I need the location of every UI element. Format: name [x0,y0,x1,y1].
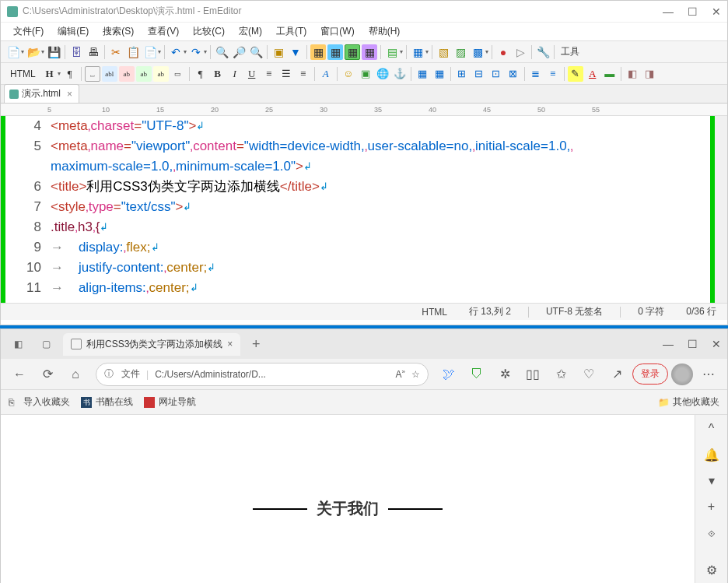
extra1-icon[interactable]: ◧ [625,66,640,82]
para2-icon[interactable]: ¶ [193,66,208,82]
menu-search[interactable]: 搜索(S) [96,23,140,40]
heading-icon[interactable]: H [42,66,58,82]
find-icon[interactable]: 🔍 [214,44,229,60]
view1-icon[interactable]: ▦ [310,44,326,60]
box3-icon[interactable]: ab [153,66,169,82]
home-button[interactable]: ⌂ [63,362,88,387]
tool-icon[interactable]: ▦ [410,44,425,60]
bookmark-item-1[interactable]: 书 书酷在线 [81,395,133,409]
extensions-icon[interactable]: ✲ [492,362,517,387]
url-input[interactable]: ⓘ 文件 | C:/Users/Administrator/D... A» ☆ [96,363,429,386]
underline-button[interactable]: U [244,66,260,82]
save-icon[interactable]: 💾 [46,44,61,60]
dropdown-icon[interactable]: ▾ [58,70,61,77]
tab-close-icon[interactable]: × [227,339,233,349]
scrollbar-vertical[interactable] [715,116,727,303]
read-aloud-icon[interactable]: A» [396,368,405,380]
grid3-icon[interactable]: ⊡ [488,66,504,82]
notification-icon[interactable]: 🔔 [704,448,719,463]
extra2-icon[interactable]: ◨ [642,66,657,82]
view2-icon[interactable]: ▦ [327,44,343,60]
highlight-icon[interactable]: ✎ [568,66,583,82]
menu-window[interactable]: 窗口(W) [314,23,360,40]
ext1-icon[interactable]: 🕊 [436,362,461,387]
align-center-icon[interactable]: ☰ [278,66,294,82]
chevron-down-icon[interactable]: ▾ [704,473,719,489]
performance-icon[interactable]: ♡ [576,362,601,387]
bookmark-icon[interactable]: ▣ [271,44,286,60]
link-icon[interactable]: 🌐 [375,66,390,82]
chevron-up-icon[interactable]: ^ [704,421,719,437]
profile-avatar[interactable] [671,363,693,385]
import-bookmarks[interactable]: ⎘ 导入收藏夹 [9,395,70,409]
open-file-icon[interactable]: 📂 [26,44,41,60]
file-tab[interactable]: 演示.html × [4,84,79,103]
box2-icon[interactable]: ab [136,66,152,82]
dropdown-icon[interactable]: ▾ [158,48,161,55]
print-icon[interactable]: 🖶 [86,44,101,60]
maximize-button[interactable]: ☐ [688,338,698,350]
cut-icon[interactable]: ✂ [108,44,124,60]
minimize-button[interactable]: — [663,338,674,350]
favorite-icon[interactable]: ☆ [411,369,420,380]
tab-close-icon[interactable]: × [67,89,72,100]
tab-list-icon[interactable]: ▢ [35,333,57,355]
menu-help[interactable]: 帮助(H) [362,23,407,40]
settings-icon[interactable]: ⚙ [704,563,719,578]
image-icon[interactable]: ▣ [358,66,373,82]
share-icon[interactable]: ↗ [604,362,629,387]
tool2-icon[interactable]: ▧ [436,44,451,60]
bookmark-item-2[interactable]: 网址导航 [144,395,196,409]
tool5-icon[interactable]: 🔧 [535,44,551,60]
dropdown-icon[interactable]: ▾ [204,48,207,55]
crop-icon[interactable]: ⟐ [704,525,719,541]
dropdown-icon[interactable]: ▾ [400,48,403,55]
collections-icon[interactable]: ▯▯ [520,362,545,387]
grid2-icon[interactable]: ⊟ [471,66,487,82]
bold-button[interactable]: B [210,66,226,82]
italic-button[interactable]: I [227,66,243,82]
grid4-icon[interactable]: ⊠ [506,66,521,82]
more-menu-icon[interactable]: ⋯ [696,362,721,387]
table-icon[interactable]: ▦ [415,66,430,82]
tool4-icon[interactable]: ▩ [470,44,485,60]
play-icon[interactable]: ▷ [513,44,528,60]
dropdown-icon[interactable]: ▾ [184,48,187,55]
view4-icon[interactable]: ▦ [362,44,377,60]
lang-mode-label[interactable]: HTML [5,68,40,79]
toolbar-label[interactable]: 工具 [558,45,583,58]
close-button[interactable]: ✕ [712,338,721,350]
shield-icon[interactable]: ⛉ [464,362,489,387]
browser-tab[interactable]: 利用CSS3伪类文字两边添加横线 × [63,333,240,356]
color-a-icon[interactable]: A [585,66,600,82]
redo-icon[interactable]: ↷ [188,44,204,60]
menu-edit[interactable]: 编辑(E) [51,23,95,40]
save-all-icon[interactable]: 🗄 [68,44,84,60]
login-button[interactable]: 登录 [632,363,668,385]
emoji-icon[interactable]: ☺ [341,66,356,82]
other-bookmarks[interactable]: 📁 其他收藏夹 [658,395,719,409]
undo-icon[interactable]: ↶ [168,44,184,60]
code-editor[interactable]: <meta‚charset="UTF-8">↲<meta‚name="viewp… [47,116,710,303]
align-left-icon[interactable]: ≡ [261,66,277,82]
menu-macro[interactable]: 宏(M) [233,23,268,40]
menu-compare[interactable]: 比较(C) [187,23,231,40]
dropdown-icon[interactable]: ▾ [41,48,44,55]
anchor-icon[interactable]: ⚓ [392,66,408,82]
minimize-button[interactable]: — [663,5,674,18]
box4-icon[interactable]: ▭ [170,66,186,82]
find-files-icon[interactable]: 🔍 [248,44,264,60]
menu-view[interactable]: 查看(V) [142,23,185,40]
tab-overview-icon[interactable]: ◧ [7,333,29,355]
copy-icon[interactable]: 📋 [125,44,141,60]
paste-icon[interactable]: 📄 [142,44,158,60]
close-button[interactable]: ✕ [712,5,721,18]
menu-file[interactable]: 文件(F) [7,23,50,40]
list2-icon[interactable]: ≡ [545,66,561,82]
view3-icon[interactable]: ▦ [345,44,360,60]
menu-tools[interactable]: 工具(T) [270,23,313,40]
plus-icon[interactable]: + [704,500,719,515]
abc-icon[interactable]: abl [102,66,117,82]
back-button[interactable]: ← [7,362,32,387]
maximize-button[interactable]: ☐ [688,5,698,18]
